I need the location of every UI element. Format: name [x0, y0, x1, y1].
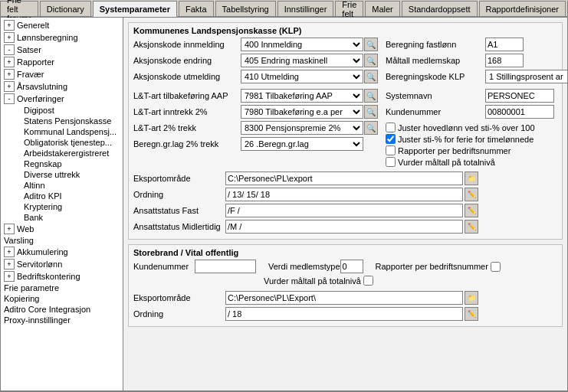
- vurder-maltall1-checkbox[interactable]: [386, 157, 396, 167]
- eksportomrade2-edit-btn[interactable]: 📁: [465, 291, 478, 305]
- sidebar-item-frie-parametre[interactable]: Frie parametre: [1, 283, 123, 293]
- juster-hovedlonn-checkbox[interactable]: [386, 122, 396, 132]
- expand-icon-akkumulering[interactable]: +: [4, 247, 15, 257]
- expand-icon-arsavslutning[interactable]: +: [4, 81, 15, 92]
- expand-icon-web[interactable]: +: [4, 224, 15, 234]
- sidebar-item-rapporter[interactable]: + Rapporter: [1, 56, 123, 68]
- ordning-input[interactable]: [225, 188, 463, 201]
- sidebar-item-servitorlonn[interactable]: + Servitorlønn: [1, 258, 123, 270]
- lt-art-tilbakeforing-select[interactable]: 7981 Tilbakeføring AAP: [241, 89, 363, 103]
- sidebar-item-regnskap[interactable]: Regnskap: [1, 158, 123, 169]
- sidebar-item-digipost[interactable]: Digipost: [1, 105, 123, 116]
- tab-systemparameter[interactable]: Systemparameter: [93, 1, 177, 17]
- aksjonskode-utmelding-select[interactable]: 410 Utmelding: [241, 70, 363, 83]
- juster-sti-label: Juster sti-% for ferie for timelønnede: [398, 135, 534, 144]
- lt-art-tilbakeforing-search-btn[interactable]: 🔍: [364, 89, 378, 103]
- sidebar-item-satser[interactable]: - Satser: [1, 44, 123, 56]
- tab-frie-felt-fravaer[interactable]: Frie felt fravær: [0, 1, 38, 16]
- sidebar-item-proxy[interactable]: Proxy-innstillinger: [1, 315, 123, 325]
- kundenummer2-label: Kundenummer: [133, 262, 195, 271]
- sidebar-item-bank[interactable]: Bank: [1, 212, 123, 223]
- expand-icon-generelt[interactable]: +: [4, 20, 15, 31]
- ordning2-edit-btn[interactable]: ✏️: [465, 307, 478, 321]
- sidebar-item-kopiering[interactable]: Kopiering: [1, 293, 123, 304]
- eksportomrade-row: Eksportområde 📁: [133, 172, 557, 185]
- systemnavn-input[interactable]: [485, 89, 554, 103]
- eksportomrade-input[interactable]: [225, 172, 463, 185]
- lt-art-2pct-select[interactable]: 8300 Pensjonspremie 2%: [241, 121, 363, 135]
- tab-tabellstyring[interactable]: Tabellstyring: [215, 1, 276, 16]
- aksjonskode-endring-select[interactable]: 405 Endring maskinell: [241, 54, 363, 67]
- eksportomrade-edit-btn[interactable]: 📁: [465, 172, 478, 185]
- beregningskode-select[interactable]: 1 Stillingsprosent ar: [485, 70, 567, 83]
- sidebar-item-obligatorisk[interactable]: Obligatorisk tjenestep...: [1, 137, 123, 148]
- aksjonskode-innmelding-label: Aksjonskode innmelding: [133, 40, 241, 49]
- beregn-gr-lag-select[interactable]: 26 .Beregn.gr.lag: [241, 137, 363, 151]
- sidebar-item-bedriftskontering[interactable]: + Bedriftskontering: [1, 270, 123, 283]
- sidebar-item-generelt[interactable]: + Generelt: [1, 19, 123, 31]
- expand-icon-lonnsberegning[interactable]: +: [4, 32, 15, 43]
- ansattstatus-midlertidig-edit-btn[interactable]: ✏️: [465, 220, 478, 234]
- sidebar-label-satser: Satser: [17, 45, 41, 54]
- lt-art-inntrekk-search-btn[interactable]: 🔍: [364, 105, 378, 119]
- content-area: Kommunenes Landspensjonskasse (KLP) Aksj…: [123, 18, 567, 390]
- expand-icon-fravaer[interactable]: +: [4, 69, 15, 80]
- ordning2-input[interactable]: [225, 307, 463, 321]
- sidebar-item-kommunal[interactable]: Kommunal Landspensj...: [1, 126, 123, 137]
- aksjonskode-innmelding-select[interactable]: 400 Innmelding: [241, 38, 363, 51]
- ordning-edit-btn[interactable]: ✏️: [465, 188, 478, 201]
- sidebar-item-statens[interactable]: Statens Pensjonskasse: [1, 116, 123, 126]
- sidebar-item-varsling[interactable]: Varsling: [1, 235, 123, 246]
- lt-art-2pct-search-btn[interactable]: 🔍: [364, 121, 378, 135]
- vurder-maltall2-checkbox[interactable]: [363, 276, 373, 286]
- tab-rapportdefinisjoner[interactable]: Rapportdefinisjoner: [479, 1, 566, 16]
- systemnavn-label: Systemnavn: [386, 91, 485, 100]
- rapporter-per-bedrift2-checkbox[interactable]: [491, 262, 501, 272]
- ansattstatus-fast-input[interactable]: [225, 204, 463, 217]
- tab-frie-felt[interactable]: Frie felt: [335, 1, 363, 16]
- sidebar-item-overforinger[interactable]: - Overføringer: [1, 93, 123, 105]
- aksjonskode-utmelding-search-btn[interactable]: 🔍: [364, 70, 378, 83]
- tab-maler[interactable]: Maler: [365, 1, 400, 16]
- ansattstatus-midlertidig-input[interactable]: [225, 220, 463, 234]
- tab-dictionary[interactable]: Dictionary: [40, 1, 91, 16]
- sidebar-item-arbeidstaker[interactable]: Arbeidstakerergistreret: [1, 148, 123, 158]
- sidebar-item-kryptering[interactable]: Kryptering: [1, 201, 123, 212]
- beregning-fastlonn-input[interactable]: [485, 38, 524, 51]
- aksjonskode-innmelding-row: Aksjonskode innmelding 400 Innmelding 🔍: [133, 38, 378, 51]
- verdi-medlemstype-input[interactable]: [340, 260, 363, 273]
- ansattstatus-fast-edit-btn[interactable]: ✏️: [465, 204, 478, 217]
- sidebar-item-diverse[interactable]: Diverse uttrekk: [1, 169, 123, 180]
- eksportomrade2-input[interactable]: [225, 291, 463, 305]
- kundenummer-input[interactable]: [485, 105, 554, 119]
- sidebar-item-web[interactable]: + Web: [1, 223, 123, 235]
- sidebar-label-proxy: Proxy-innstillinger: [4, 315, 71, 325]
- expand-icon-rapporter[interactable]: +: [4, 57, 15, 67]
- ordning2-row: Ordning ✏️: [133, 307, 557, 321]
- ansattstatus-fast-row: Ansattstatus Fast ✏️: [133, 204, 557, 217]
- beregn-gr-lag-label: Beregn.gr.lag 2% trekk: [133, 139, 241, 149]
- sidebar-item-aditro-kpi[interactable]: Aditro KPI: [1, 191, 123, 201]
- sidebar-item-fravaer[interactable]: + Fravær: [1, 68, 123, 80]
- aksjonskode-innmelding-search-btn[interactable]: 🔍: [364, 38, 378, 51]
- tab-innstillinger[interactable]: Innstillinger: [277, 1, 334, 16]
- sidebar-item-lonnsberegning[interactable]: + Lønnsberegning: [1, 31, 123, 44]
- sidebar-item-akkumulering[interactable]: + Akkumulering: [1, 246, 123, 258]
- tab-fakta[interactable]: Fakta: [179, 1, 214, 16]
- kundenummer2-input[interactable]: [195, 260, 256, 273]
- eksportomrade2-label: Eksportområde: [133, 293, 225, 302]
- sidebar-item-aditro-core[interactable]: Aditro Core Integrasjon: [1, 304, 123, 315]
- rapporter-per-bedrift1-checkbox[interactable]: [386, 145, 396, 155]
- expand-icon-bedriftskontering[interactable]: +: [4, 271, 15, 282]
- sidebar-item-altinn[interactable]: Altinn: [1, 180, 123, 191]
- expand-icon-overforinger[interactable]: -: [4, 93, 15, 104]
- aksjonskode-endring-search-btn[interactable]: 🔍: [364, 54, 378, 67]
- tab-standardoppsett[interactable]: Standardoppsett: [402, 1, 478, 16]
- juster-sti-checkbox[interactable]: [386, 134, 396, 144]
- expand-icon-servitorlonn[interactable]: +: [4, 259, 15, 270]
- sidebar-item-arsavslutning[interactable]: + Årsavslutning: [1, 80, 123, 93]
- expand-icon-satser[interactable]: -: [4, 44, 15, 55]
- maltall-input[interactable]: [485, 54, 524, 67]
- lt-art-inntrekk-select[interactable]: 7980 Tilbakeføring e.a per: [241, 105, 363, 119]
- klp-section: Kommunenes Landspensjonskasse (KLP) Aksj…: [128, 22, 563, 240]
